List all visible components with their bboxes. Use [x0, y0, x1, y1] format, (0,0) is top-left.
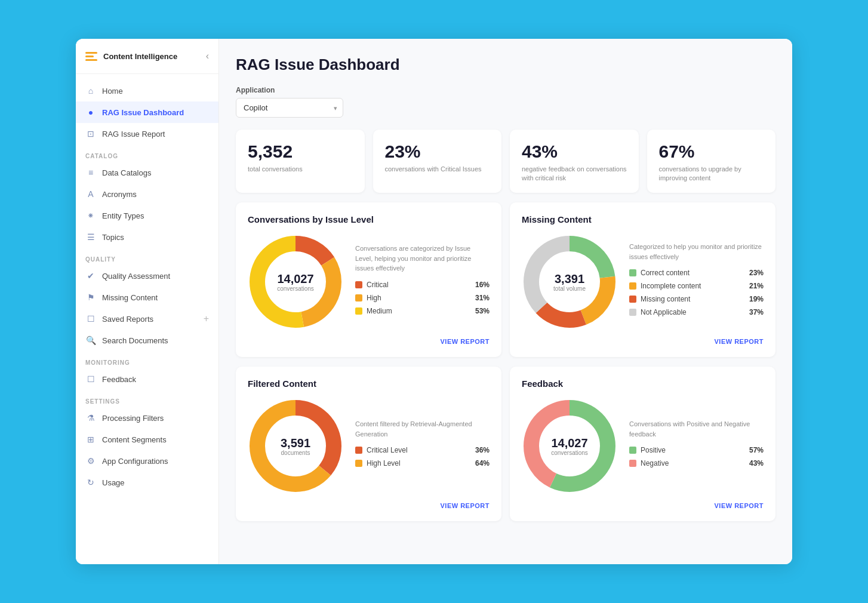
- filter-row: Application CopilotAll Applications ▾: [236, 86, 775, 118]
- legend-item: Critical Level 36%: [355, 446, 490, 454]
- application-select[interactable]: CopilotAll Applications: [236, 98, 343, 118]
- legend-left: Missing content: [629, 295, 690, 303]
- legend-name: High Level: [367, 459, 401, 467]
- sidebar-item-quality-assessment[interactable]: ✔Quality Assessment: [76, 265, 218, 287]
- sidebar-label-data-catalogs: Data Catalogs: [102, 168, 151, 177]
- legend-left: Correct content: [629, 269, 690, 277]
- sidebar-item-topics[interactable]: ☰Topics: [76, 226, 218, 248]
- legend-name: Positive: [641, 446, 666, 454]
- processing-filters-icon: ⚗: [85, 413, 96, 423]
- legend-conversations: Critical 16% High 31% Medium 53%: [355, 281, 490, 315]
- legend-color-dot: [355, 460, 362, 467]
- sidebar-item-search-docs[interactable]: 🔍Search Documents: [76, 330, 218, 351]
- stat-value: 5,352: [248, 141, 353, 161]
- view-report-missing[interactable]: VIEW REPORT: [522, 338, 764, 345]
- sidebar-item-saved-reports[interactable]: ☐Saved Reports+: [76, 308, 218, 330]
- sidebar-item-home[interactable]: ⌂Home: [76, 80, 218, 101]
- legend-item: Missing content 19%: [629, 295, 764, 303]
- legend-left: Medium: [355, 307, 392, 315]
- view-report-conversations[interactable]: VIEW REPORT: [248, 338, 490, 345]
- legend-color-dot: [629, 447, 636, 454]
- chart-legend-feedback: Conversations with Positive and Negative…: [629, 419, 764, 472]
- stat-value: 67%: [659, 141, 764, 161]
- sidebar-label-home: Home: [102, 87, 123, 96]
- sidebar-item-acronyms[interactable]: AAcronyms: [76, 183, 218, 205]
- topics-icon: ☰: [85, 232, 96, 242]
- chart-title-missing: Missing Content: [522, 214, 764, 224]
- legend-item: Correct content 23%: [629, 269, 764, 277]
- view-report-feedback[interactable]: VIEW REPORT: [522, 502, 764, 509]
- chart-body-filtered: 3,591 documents Content filtered by Retr…: [248, 398, 490, 494]
- donut-conversations: 14,027 conversations: [248, 234, 343, 330]
- sidebar-item-usage[interactable]: ↻Usage: [76, 472, 218, 493]
- stat-label: conversations with Critical Issues: [385, 165, 490, 174]
- chart-body-conversations: 14,027 conversations Conversations are c…: [248, 234, 490, 330]
- entity-types-icon: ⁕: [85, 210, 96, 221]
- sidebar-item-app-configurations[interactable]: ⚙App Configurations: [76, 450, 218, 472]
- app-configurations-icon: ⚙: [85, 456, 96, 466]
- sidebar-item-rag-report[interactable]: ⊡RAG Issue Report: [76, 123, 218, 144]
- chart-desc-filtered: Content filtered by Retrieval-Augmented …: [355, 419, 490, 439]
- sidebar-item-processing-filters[interactable]: ⚗Processing Filters: [76, 407, 218, 429]
- sidebar-label-missing-content: Missing Content: [102, 293, 158, 302]
- legend-name: Incomplete content: [641, 282, 701, 290]
- legend-filtered: Critical Level 36% High Level 64%: [355, 446, 490, 467]
- legend-pct: 21%: [749, 282, 764, 290]
- donut-center-label-filtered: documents: [281, 449, 310, 456]
- stat-value: 23%: [385, 141, 490, 161]
- sidebar-item-data-catalogs[interactable]: ≡Data Catalogs: [76, 162, 218, 183]
- sidebar-label-saved-reports: Saved Reports: [102, 315, 153, 324]
- legend-name: Not Applicable: [641, 308, 687, 316]
- stat-card: 43% negative feedback on conversations w…: [510, 130, 639, 193]
- chart-desc-conversations: Conversations are categorized by Issue L…: [355, 244, 490, 273]
- sidebar-item-rag-dashboard[interactable]: ●RAG Issue Dashboard: [76, 101, 218, 123]
- sidebar-logo: [85, 52, 97, 61]
- chart-card-filtered: Filtered Content 3,591 documents Content…: [236, 367, 501, 521]
- logo-line-2: [85, 56, 94, 57]
- search-docs-icon: 🔍: [85, 335, 96, 346]
- sidebar-label-content-segments: Content Segments: [102, 435, 167, 444]
- legend-color-dot: [629, 282, 636, 290]
- sidebar-item-content-segments[interactable]: ⊞Content Segments: [76, 429, 218, 450]
- sidebar-nav: ⌂Home●RAG Issue Dashboard⊡RAG Issue Repo…: [76, 74, 218, 499]
- nav-section-catalog-section: CATALOG: [76, 144, 218, 162]
- sidebar-label-rag-report: RAG Issue Report: [102, 130, 165, 139]
- sidebar-item-feedback[interactable]: ☐Feedback: [76, 368, 218, 390]
- stat-card: 23% conversations with Critical Issues: [373, 130, 502, 193]
- quality-assessment-icon: ✔: [85, 270, 96, 281]
- legend-color-dot: [629, 296, 636, 303]
- chart-legend-missing: Categorized to help you monitor and prio…: [629, 242, 764, 321]
- chart-card-feedback: Feedback 14,027 conversations Conversati…: [510, 367, 775, 521]
- saved-reports-add-button[interactable]: +: [204, 313, 209, 324]
- page-title: RAG Issue Dashboard: [236, 56, 775, 74]
- legend-name: Negative: [641, 459, 669, 467]
- application-select-wrapper: CopilotAll Applications ▾: [236, 98, 343, 118]
- nav-section-settings-section: SETTINGS: [76, 390, 218, 407]
- filter-label: Application: [236, 86, 775, 94]
- stats-row: 5,352 total conversations 23% conversati…: [236, 130, 775, 193]
- sidebar-label-feedback: Feedback: [102, 375, 136, 384]
- legend-pct: 57%: [749, 446, 764, 454]
- legend-color-dot: [629, 460, 636, 467]
- legend-item: High 31%: [355, 294, 490, 302]
- legend-name: Correct content: [641, 269, 690, 277]
- chart-legend-filtered: Content filtered by Retrieval-Augmented …: [355, 419, 490, 472]
- legend-left: High: [355, 294, 381, 302]
- donut-center-value-conversations: 14,027: [277, 272, 314, 285]
- sidebar-label-rag-dashboard: RAG Issue Dashboard: [102, 108, 184, 117]
- nav-section-quality-section: QUALITY: [76, 248, 218, 265]
- page-header: RAG Issue Dashboard: [236, 56, 775, 74]
- donut-feedback: 14,027 conversations: [522, 398, 617, 494]
- sidebar-item-missing-content[interactable]: ⚑Missing Content: [76, 287, 218, 308]
- legend-name: Critical: [367, 281, 389, 289]
- legend-color-dot: [355, 294, 362, 302]
- home-icon: ⌂: [85, 85, 96, 96]
- legend-pct: 37%: [749, 308, 764, 316]
- sidebar-item-entity-types[interactable]: ⁕Entity Types: [76, 205, 218, 226]
- chart-body-missing: 3,391 total volume Categorized to help y…: [522, 234, 764, 330]
- donut-center-missing: 3,391 total volume: [553, 272, 586, 291]
- sidebar-collapse-button[interactable]: ‹: [206, 51, 209, 61]
- view-report-filtered[interactable]: VIEW REPORT: [248, 502, 490, 509]
- legend-left: Critical: [355, 281, 389, 289]
- sidebar-label-search-docs: Search Documents: [102, 336, 168, 345]
